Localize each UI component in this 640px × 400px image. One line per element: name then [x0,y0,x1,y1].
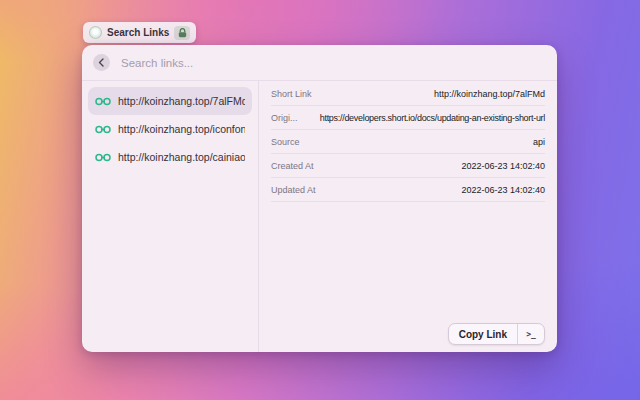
search-header [82,45,557,81]
detail-value: api [533,137,545,147]
detail-label: Updated At [271,185,316,195]
detail-row-updated-at: Updated At 2022-06-23 14:02:40 [271,178,545,202]
plugin-name-label: Search Links [107,27,169,38]
list-item[interactable]: http://koinzhang.top/cainiao [88,143,252,171]
search-input[interactable] [119,56,546,70]
extension-circle-icon [89,26,102,39]
chevron-left-icon [98,58,105,67]
list-item-label: http://koinzhang.top/7alFMd [118,95,245,107]
link-details: Short Link http://koinzhang.top/7alFMd O… [259,81,557,352]
detail-row-created-at: Created At 2022-06-23 14:02:40 [271,154,545,178]
detail-label: Source [271,137,300,147]
launcher-plugin-badge[interactable]: Search Links [83,22,196,43]
detail-label: Origi... [271,113,298,123]
desktop-background: Search Links [0,0,640,400]
detail-value: 2022-06-23 14:02:40 [461,161,545,171]
detail-value: https://developers.short.io/docs/updatin… [320,113,545,123]
window-body: http://koinzhang.top/7alFMd http://koinz… [82,81,557,352]
link-icon [95,97,111,106]
actions-menu-button[interactable]: >_ [518,324,544,344]
detail-value: 2022-06-23 14:02:40 [461,185,545,195]
link-icon [95,153,111,162]
copy-link-button[interactable]: Copy Link [449,324,517,344]
action-bar: Copy Link >_ [448,323,545,345]
list-item-label: http://koinzhang.top/iconfont [118,123,245,135]
list-item-label: http://koinzhang.top/cainiao [118,151,245,163]
detail-row-short-link: Short Link http://koinzhang.top/7alFMd [271,82,545,106]
list-item[interactable]: http://koinzhang.top/7alFMd [88,87,252,115]
detail-row-original-link: Origi... https://developers.short.io/doc… [271,106,545,130]
links-list: http://koinzhang.top/7alFMd http://koinz… [82,81,259,352]
detail-label: Short Link [271,89,312,99]
link-icon [95,125,111,134]
detail-label: Created At [271,161,314,171]
search-links-window: http://koinzhang.top/7alFMd http://koinz… [82,45,557,352]
detail-value: http://koinzhang.top/7alFMd [434,89,545,99]
terminal-icon: >_ [526,330,536,339]
list-item[interactable]: http://koinzhang.top/iconfont [88,115,252,143]
back-button[interactable] [93,54,110,71]
detail-row-source: Source api [271,130,545,154]
lock-icon[interactable] [174,26,190,40]
